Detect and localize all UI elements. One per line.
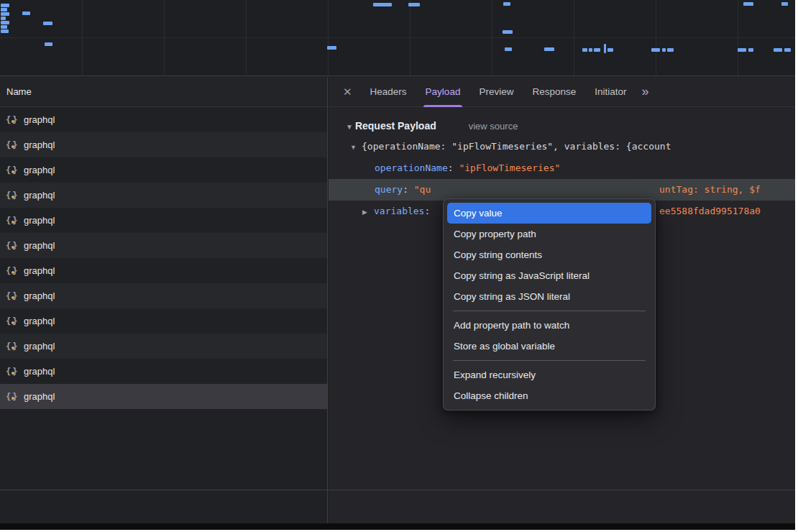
timeline-bar [1,21,9,24]
request-row[interactable]: {}graphql [0,183,327,208]
menu-item[interactable]: Copy string contents [447,244,651,265]
expand-variables-icon[interactable]: ▶ [362,201,374,222]
timeline-bar [604,44,606,53]
summary-bar-divider [0,490,795,490]
request-name: graphql [24,190,55,201]
timeline-bar [589,48,592,52]
timeline-bar [743,2,753,6]
timeline-bar [607,48,613,52]
request-name: graphql [24,265,55,276]
timeline-bar [662,48,666,52]
json-braces-icon: {} [6,241,19,251]
network-overview-timeline[interactable] [0,0,795,76]
collapse-root-icon[interactable]: ▼ [350,137,362,157]
tab-preview[interactable]: Preview [469,77,523,107]
tree-row-query[interactable]: query"qu untTag: string, $f [329,179,795,201]
request-row[interactable]: {}graphql [0,258,327,283]
request-name: graphql [24,215,55,226]
menu-item[interactable]: Copy string as JavaScript literal [447,265,651,286]
request-name: graphql [24,391,55,402]
property-key: operationName [375,162,459,173]
request-name: graphql [24,290,55,301]
property-value-continued: untTag: string, $f [659,179,761,201]
property-value-continued: ee5588fdad995178a0 [659,201,761,222]
json-braces-icon: {} [6,165,19,175]
request-row[interactable]: {}graphql [0,283,327,308]
request-name: graphql [24,366,55,377]
request-row[interactable]: {}graphql [0,359,327,384]
tab-initiator[interactable]: Initiator [585,77,636,107]
request-row[interactable]: {}graphql [0,107,327,132]
menu-item[interactable]: Store as global variable [447,336,651,357]
timeline-bar [544,47,554,51]
json-braces-icon: {} [6,216,19,226]
request-name: graphql [24,139,55,150]
menu-divider [453,311,646,311]
timeline-bar [1,4,9,7]
timeline-bar [774,48,782,52]
collapse-section-icon[interactable] [346,119,355,132]
menu-item[interactable]: Add property path to watch [447,315,651,336]
timeline-bar [651,48,660,52]
network-request-list-panel: Name {}graphql{}graphql{}graphql{}graphq… [0,77,328,523]
menu-divider [453,360,646,361]
json-braces-icon: {} [6,316,19,326]
timeline-bar [22,12,30,15]
request-row[interactable]: {}graphql [0,208,327,233]
timeline-bar [1,29,9,33]
json-braces-icon: {} [6,266,19,276]
tree-root-row[interactable]: ▼{operationName: "ipFlowTimeseries", var… [329,136,795,157]
menu-item[interactable]: Copy value [447,203,651,224]
timeline-bar [784,48,791,52]
name-column-header[interactable]: Name [0,77,327,107]
request-name: graphql [24,240,55,251]
request-row[interactable]: {}graphql [0,132,327,157]
timeline-bar [582,48,587,52]
tab-payload[interactable]: Payload [416,77,470,107]
timeline-bar [781,2,788,6]
timeline-bar [1,25,7,29]
menu-item[interactable]: Copy string as JSON literal [447,286,651,307]
tab-response[interactable]: Response [523,77,585,107]
tab-headers[interactable]: Headers [361,77,416,107]
request-row[interactable]: {}graphql [0,334,327,359]
window-bottom-bar [0,523,795,530]
request-payload-section-header: Request Payload view source [329,116,795,136]
timeline-bar [594,48,600,52]
request-name: graphql [24,316,55,326]
request-row[interactable]: {}graphql [0,308,327,334]
json-braces-icon: {} [6,367,19,377]
json-braces-icon: {} [6,140,19,150]
devtools-context-menu: Copy valueCopy property pathCopy string … [443,198,656,411]
close-panel-icon[interactable]: ✕ [343,86,352,98]
section-title: Request Payload [355,120,436,132]
menu-item[interactable]: Copy property path [447,224,651,244]
timeline-bar [408,3,420,6]
json-braces-icon: {} [6,291,19,301]
request-row[interactable]: {}graphql [0,157,327,183]
name-column-label: Name [6,86,32,97]
timeline-bar [1,8,7,12]
more-tabs-icon[interactable]: » [642,84,648,99]
timeline-bar [667,48,674,52]
timeline-bar [373,3,392,6]
menu-item[interactable]: Expand recursively [447,364,651,385]
timeline-bar [503,30,513,34]
timeline-bar [503,2,510,6]
menu-item[interactable]: Collapse children [447,385,651,406]
request-row[interactable]: {}graphql [0,233,327,258]
view-source-link[interactable]: view source [469,121,518,132]
tree-row-operation-name[interactable]: operationName"ipFlowTimeseries" [329,157,795,179]
timeline-bar [505,47,512,51]
property-key: query [375,184,414,195]
json-braces-icon: {} [6,191,19,201]
request-name: graphql [24,114,55,125]
timeline-bar [327,46,336,50]
timeline-bar [45,42,52,46]
request-row[interactable]: {}graphql [0,384,327,409]
timeline-bar [1,12,9,16]
request-name: graphql [24,165,55,175]
root-object-preview: {operationName: "ipFlowTimeseries", vari… [362,141,671,152]
property-value: "qu [414,184,431,195]
json-braces-icon: {} [6,115,19,125]
